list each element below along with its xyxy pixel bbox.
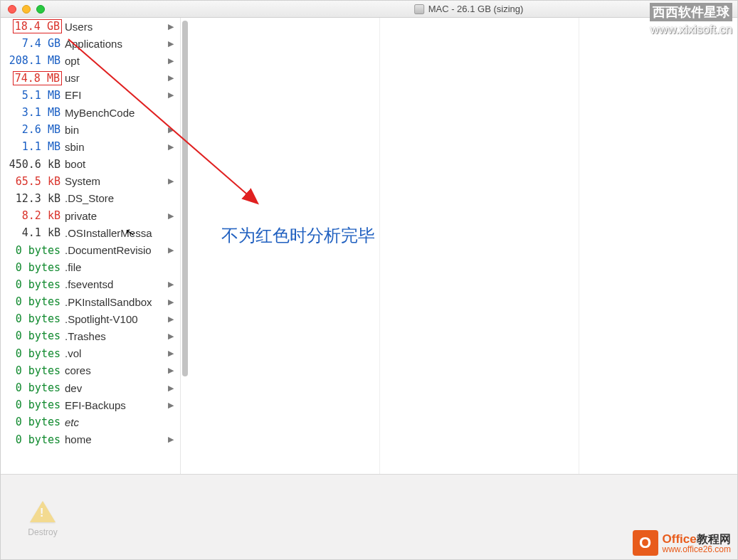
file-column-3	[380, 18, 579, 474]
chevron-right-icon: ▶	[167, 125, 174, 134]
size-value: 18.4 GB	[13, 19, 62, 33]
list-item[interactable]: 0 bytesEFI-Backups▶	[1, 396, 180, 413]
item-name: etc	[65, 416, 167, 428]
size-value: 2.6 MB	[1, 123, 65, 136]
item-name: usr	[65, 72, 167, 84]
size-value: 0 bytes	[1, 295, 65, 308]
size-value: 0 bytes	[1, 381, 65, 394]
list-item[interactable]: 3.1 MBMyBenchCode	[1, 104, 180, 121]
file-list[interactable]: 18.4 GBUsers▶7.4 GBApplications▶208.1 MB…	[1, 18, 180, 474]
chevron-right-icon: ▶	[167, 176, 174, 186]
list-item[interactable]: 1.1 MBsbin▶	[1, 138, 180, 155]
size-value: 0 bytes	[1, 398, 65, 411]
list-item[interactable]: 0 bytesetc	[1, 413, 180, 430]
size-value: 74.8 MB	[13, 71, 62, 85]
minimize-button[interactable]	[22, 5, 31, 14]
size-value: 0 bytes	[1, 278, 65, 291]
size-value: 0 bytes	[1, 347, 65, 360]
chevron-right-icon: ▶	[167, 245, 174, 255]
list-item[interactable]: 0 bytesdev▶	[1, 379, 180, 396]
size-value: 0 bytes	[1, 329, 65, 342]
list-item[interactable]: 18.4 GBUsers▶	[1, 18, 180, 35]
item-name: Users	[65, 21, 167, 33]
chevron-right-icon: ▶	[167, 211, 174, 221]
list-item[interactable]: 7.4 GBApplications▶	[1, 35, 180, 52]
content-area: 18.4 GBUsers▶7.4 GBApplications▶208.1 MB…	[1, 18, 737, 474]
destroy-button[interactable]: Destroy	[21, 497, 65, 537]
item-name: System	[65, 175, 167, 187]
size-value: 0 bytes	[1, 312, 65, 325]
size-value: 0 bytes	[1, 261, 65, 274]
item-name: .OSInstallerMessa	[65, 227, 167, 239]
size-value: 0 bytes	[1, 244, 65, 257]
chevron-right-icon: ▶	[167, 39, 174, 48]
item-name: .DocumentRevisio	[65, 244, 167, 256]
list-item[interactable]: 12.3 kB.DS_Store	[1, 190, 180, 207]
size-value: 3.1 MB	[1, 106, 65, 119]
list-item[interactable]: 0 bytescores▶	[1, 362, 180, 379]
size-value: 12.3 kB	[1, 192, 65, 205]
zoom-button[interactable]	[36, 5, 45, 14]
list-item[interactable]: 4.1 kB.OSInstallerMessa	[1, 224, 180, 241]
list-item[interactable]: 450.6 kBboot	[1, 156, 180, 173]
item-name: cores	[65, 364, 167, 376]
list-item[interactable]: 0 byteshome▶	[1, 431, 180, 448]
chevron-right-icon: ▶	[167, 315, 174, 324]
item-name: .Spotlight-V100	[65, 313, 167, 325]
item-name: EFI-Backups	[65, 399, 167, 411]
chevron-right-icon: ▶	[167, 90, 174, 100]
item-name: .DS_Store	[65, 192, 167, 204]
size-value: 1.1 MB	[1, 140, 65, 153]
list-item[interactable]: 5.1 MBEFI▶	[1, 87, 180, 104]
item-name: .vol	[65, 347, 167, 359]
chevron-right-icon: ▶	[167, 56, 174, 65]
item-name: MyBenchCode	[65, 107, 167, 119]
size-value: 450.6 kB	[1, 158, 65, 171]
traffic-lights	[1, 5, 45, 14]
item-name: bin	[65, 124, 167, 136]
file-column-1: 18.4 GBUsers▶7.4 GBApplications▶208.1 MB…	[1, 18, 181, 474]
list-item[interactable]: 0 bytes.PKInstallSandbox▶	[1, 293, 180, 310]
list-item[interactable]: 2.6 MBbin▶	[1, 121, 180, 138]
item-name: home	[65, 433, 167, 445]
chevron-right-icon: ▶	[167, 366, 174, 375]
scroll-thumb[interactable]	[182, 21, 188, 376]
chevron-right-icon: ▶	[167, 280, 174, 289]
window-title-text: MAC - 26.1 GB (sizing)	[428, 4, 524, 14]
list-item[interactable]: 74.8 MBusr▶	[1, 70, 180, 87]
list-item[interactable]: 8.2 kBprivate▶	[1, 207, 180, 224]
chevron-right-icon: ▶	[167, 384, 174, 393]
list-item[interactable]: 0 bytes.vol▶	[1, 345, 180, 362]
size-value: 0 bytes	[1, 364, 65, 377]
titlebar: MAC - 26.1 GB (sizing)	[1, 1, 737, 18]
item-name: private	[65, 210, 167, 222]
chevron-right-icon: ▶	[167, 22, 174, 31]
size-value: 208.1 MB	[1, 54, 65, 67]
list-item[interactable]: 0 bytes.Spotlight-V100▶	[1, 310, 180, 327]
size-value: 8.2 kB	[1, 209, 65, 222]
size-value: 4.1 kB	[1, 226, 65, 239]
list-item[interactable]: 65.5 kBSystem▶	[1, 173, 180, 190]
list-item[interactable]: 0 bytes.fseventsd▶	[1, 276, 180, 293]
close-button[interactable]	[8, 5, 16, 14]
item-name: .file	[65, 261, 167, 273]
chevron-right-icon: ▶	[167, 142, 174, 152]
size-value: 5.1 MB	[1, 89, 65, 102]
scrollbar[interactable]	[180, 18, 190, 474]
list-item[interactable]: 0 bytes.Trashes▶	[1, 327, 180, 344]
size-value: 7.4 GB	[1, 37, 65, 50]
chevron-right-icon: ▶	[167, 401, 174, 410]
list-item[interactable]: 0 bytes.DocumentRevisio▶	[1, 241, 180, 258]
window-title: MAC - 26.1 GB (sizing)	[414, 4, 524, 14]
item-name: dev	[65, 382, 167, 394]
chevron-right-icon: ▶	[167, 297, 174, 307]
list-item[interactable]: 0 bytes.file	[1, 259, 180, 276]
chevron-right-icon: ▶	[167, 349, 174, 358]
list-item[interactable]: 208.1 MBopt▶	[1, 52, 180, 69]
chevron-right-icon: ▶	[167, 435, 174, 444]
item-name: Applications	[65, 38, 167, 50]
chevron-right-icon: ▶	[167, 332, 174, 341]
destroy-label: Destroy	[28, 527, 57, 537]
item-name: .PKInstallSandbox	[65, 296, 167, 308]
size-value: 65.5 kB	[1, 175, 65, 188]
